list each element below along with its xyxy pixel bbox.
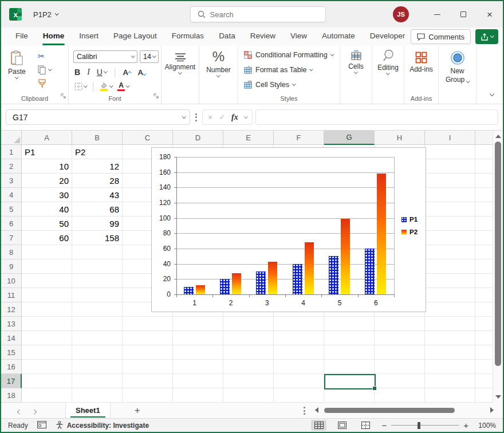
cell-E14[interactable] — [223, 331, 274, 345]
bar-p2-3[interactable] — [268, 262, 277, 294]
cell-D15[interactable] — [173, 345, 223, 360]
bold-button[interactable]: B — [74, 68, 80, 77]
column-header-F[interactable]: F — [274, 131, 324, 145]
font-color-button[interactable]: A — [117, 82, 129, 92]
cell-C15[interactable] — [123, 345, 173, 360]
bar-p2-2[interactable] — [232, 273, 241, 294]
tab-automate[interactable]: Automate — [314, 27, 363, 46]
cell-F14[interactable] — [274, 331, 324, 345]
cell-D17[interactable] — [173, 374, 223, 388]
cell-F13[interactable] — [274, 317, 324, 331]
decrease-font-button[interactable]: A — [137, 68, 145, 77]
column-header-B[interactable]: B — [72, 131, 123, 145]
cell-I3[interactable] — [425, 174, 475, 188]
cell-B17[interactable] — [72, 374, 123, 388]
zoom-out-button[interactable]: − — [381, 420, 387, 430]
format-painter-button[interactable] — [38, 79, 46, 88]
cell-E17[interactable] — [223, 374, 274, 388]
cell-B18[interactable] — [72, 388, 123, 403]
cell-B3[interactable]: 28 — [72, 174, 123, 188]
cell-B7[interactable]: 158 — [72, 231, 123, 245]
bar-p2-6[interactable] — [377, 174, 386, 294]
row-header-4[interactable]: 4 — [1, 188, 22, 202]
zoom-slider-handle[interactable] — [418, 422, 420, 429]
borders-button[interactable] — [74, 82, 87, 90]
bar-p1-1[interactable] — [184, 287, 194, 294]
underline-button[interactable]: U — [97, 68, 107, 77]
cell-D18[interactable] — [173, 388, 223, 403]
enter-icon[interactable]: ✓ — [219, 113, 225, 121]
tab-data[interactable]: Data — [211, 27, 243, 46]
cell-A4[interactable]: 30 — [22, 188, 72, 202]
name-box[interactable]: G17 — [6, 109, 190, 125]
column-header-D[interactable]: D — [173, 131, 223, 145]
cell-G13[interactable] — [324, 317, 375, 331]
row-header-14[interactable]: 14 — [1, 331, 22, 345]
comments-button[interactable]: Comments — [411, 29, 471, 44]
chart-legend[interactable]: P1P2 — [401, 216, 418, 235]
cell-E13[interactable] — [223, 317, 274, 331]
page-layout-view-button[interactable] — [334, 420, 350, 431]
horizontal-scrollbar-thumb[interactable] — [324, 408, 455, 413]
cell-F18[interactable] — [274, 388, 324, 403]
page-break-view-button[interactable] — [358, 420, 373, 431]
cell-B1[interactable]: P2 — [72, 145, 123, 159]
bar-p2-5[interactable] — [341, 219, 350, 294]
cell-I15[interactable] — [425, 345, 475, 360]
cell-B6[interactable]: 99 — [72, 216, 123, 231]
bar-p2-4[interactable] — [305, 242, 314, 294]
sheet-tab-sheet1[interactable]: Sheet1 — [65, 403, 111, 418]
legend-entry-P2[interactable]: P2 — [401, 229, 418, 235]
cell-C16[interactable] — [123, 360, 173, 374]
cell-I13[interactable] — [425, 317, 475, 331]
italic-button[interactable]: I — [87, 68, 90, 77]
document-title-dropdown[interactable]: P1P2 — [33, 10, 58, 19]
cell-A10[interactable] — [22, 274, 72, 288]
row-header-7[interactable]: 7 — [1, 231, 22, 245]
cell-A12[interactable] — [22, 302, 72, 317]
bar-p2-1[interactable] — [196, 285, 205, 294]
tab-page-layout[interactable]: Page Layout — [106, 27, 164, 46]
add-sheet-button[interactable]: + — [135, 406, 140, 415]
cell-A16[interactable] — [22, 360, 72, 374]
fill-color-button[interactable] — [100, 82, 113, 91]
alignment-button[interactable]: Alignment — [162, 53, 199, 74]
cell-A2[interactable]: 10 — [22, 159, 72, 174]
cell-B16[interactable] — [72, 360, 123, 374]
column-header-A[interactable]: A — [22, 131, 72, 145]
cell-A8[interactable] — [22, 245, 72, 259]
cell-A13[interactable] — [22, 317, 72, 331]
font-name-select[interactable]: Calibri — [73, 50, 137, 63]
collapse-ribbon-button[interactable] — [490, 88, 494, 98]
conditional-formatting-button[interactable]: Conditional Formatting — [244, 51, 333, 59]
cell-G14[interactable] — [324, 331, 375, 345]
column-header-G[interactable]: G — [324, 131, 375, 145]
cell-I6[interactable] — [425, 216, 475, 231]
number-button[interactable]: % Number — [199, 49, 238, 77]
scroll-up-icon[interactable] — [495, 135, 501, 138]
horizontal-scrollbar[interactable] — [315, 406, 494, 414]
column-header-C[interactable]: C — [123, 131, 173, 145]
cell-I10[interactable] — [425, 274, 475, 288]
cell-B5[interactable]: 68 — [72, 202, 123, 216]
bar-p1-2[interactable] — [220, 279, 230, 294]
cell-H17[interactable] — [375, 374, 425, 388]
next-sheet-button[interactable] — [27, 406, 41, 416]
format-as-table-button[interactable]: Format as Table — [244, 66, 313, 74]
cell-B13[interactable] — [72, 317, 123, 331]
chart[interactable]: 020406080100120140160180123456P1P2 — [151, 147, 426, 312]
row-header-11[interactable]: 11 — [1, 288, 22, 302]
column-header-E[interactable]: E — [223, 131, 274, 145]
cell-C13[interactable] — [123, 317, 173, 331]
vertical-scrollbar-thumb[interactable] — [495, 141, 501, 366]
row-header-8[interactable]: 8 — [1, 245, 22, 259]
cell-B14[interactable] — [72, 331, 123, 345]
font-size-select[interactable]: 14 — [140, 50, 159, 63]
cell-B9[interactable] — [72, 259, 123, 274]
cell-B15[interactable] — [72, 345, 123, 360]
cell-I11[interactable] — [425, 288, 475, 302]
cell-I8[interactable] — [425, 245, 475, 259]
accessibility-status[interactable]: Accessibility: Investigate — [56, 421, 149, 430]
cell-B10[interactable] — [72, 274, 123, 288]
cell-D14[interactable] — [173, 331, 223, 345]
